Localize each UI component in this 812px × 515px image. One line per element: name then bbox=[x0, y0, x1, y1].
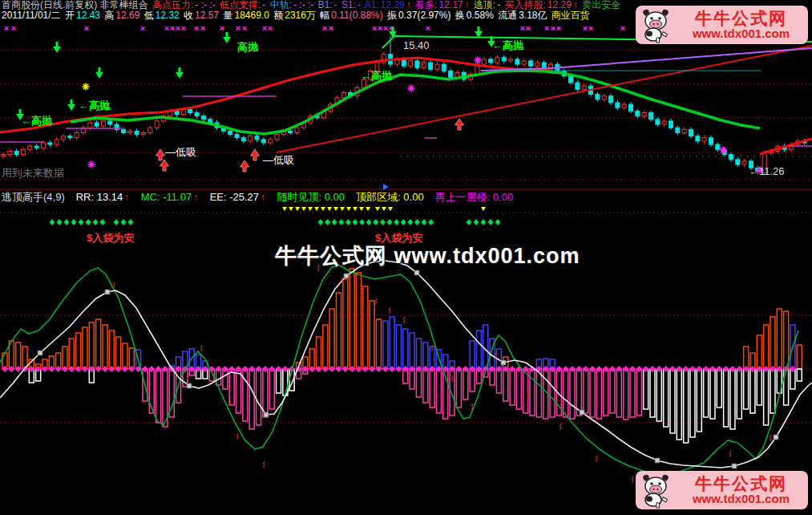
svg-text:×: × bbox=[262, 23, 267, 33]
info-segment: 12.69 bbox=[115, 10, 139, 21]
low-price-label: ←11.26 bbox=[749, 165, 785, 177]
svg-text:×: × bbox=[176, 23, 180, 33]
cow-mascot-icon bbox=[637, 472, 674, 509]
dixi-label: —低吸 bbox=[263, 153, 294, 168]
indicator-value: 顶部区域: 0.00 bbox=[356, 191, 424, 203]
svg-text:×: × bbox=[556, 23, 561, 33]
info-segment: 换 bbox=[452, 10, 464, 21]
upper-candles bbox=[2, 36, 807, 176]
svg-text:×: × bbox=[4, 23, 9, 33]
tdx-trading-app-window: ×××××××××××××××××××××××××××××××××××× 首商股… bbox=[0, 0, 812, 515]
svg-text:×: × bbox=[588, 23, 593, 33]
indicator-value: RR: 13.14 bbox=[76, 191, 123, 203]
info-segment: 12.43 bbox=[76, 10, 100, 21]
up-arrow-icon: ↑ bbox=[193, 191, 199, 203]
svg-text:×: × bbox=[170, 23, 175, 33]
gaopao-label: ←高抛 bbox=[21, 114, 52, 128]
watermark-box-bottom-right: 牛牛公式网 www.tdx001.com bbox=[636, 471, 808, 509]
info-segment: 低 bbox=[141, 10, 153, 21]
svg-text:×: × bbox=[383, 23, 388, 33]
info-segment: 开 bbox=[63, 10, 75, 21]
svg-text:×: × bbox=[140, 23, 145, 33]
up-arrow-icon: ↑ bbox=[124, 191, 130, 203]
info-segment: 0.11(0.88%) bbox=[331, 10, 382, 21]
dixi-label: —低吸 bbox=[165, 145, 196, 160]
info-segment: 18469.0 bbox=[234, 10, 269, 21]
indicator-value: 再上一层楼: 0.00 bbox=[435, 191, 514, 203]
info-segment: 0.37(2.97%) bbox=[398, 10, 450, 21]
svg-text:×: × bbox=[181, 23, 186, 33]
svg-text:×: × bbox=[220, 23, 224, 33]
cow-mascot-icon bbox=[637, 6, 674, 43]
svg-text:×: × bbox=[11, 23, 16, 33]
svg-text:×: × bbox=[378, 23, 382, 33]
info-segment: 幅 bbox=[317, 10, 329, 21]
svg-text:×: × bbox=[84, 23, 89, 33]
indicator-value: 随时见顶: 0.00 bbox=[277, 191, 345, 203]
svg-text:×: × bbox=[620, 23, 625, 33]
bag-safety-label: $入袋为安 bbox=[87, 231, 134, 245]
gaopao-label: ←高抛 bbox=[492, 39, 523, 53]
svg-text:×: × bbox=[583, 23, 588, 33]
peak-price-label: 15.40 bbox=[403, 39, 430, 51]
watermark-text: 牛牛公式网 www.tdx001.com bbox=[674, 475, 808, 505]
info-segment: 商业百货 bbox=[549, 10, 590, 21]
svg-text:×: × bbox=[551, 23, 555, 33]
info-segment: 收 bbox=[181, 10, 193, 21]
info-segment: 流通 bbox=[495, 10, 517, 21]
lower-bars bbox=[2, 269, 802, 443]
svg-text:×: × bbox=[544, 23, 549, 33]
future-data-note: 用到未来数据 bbox=[2, 166, 64, 180]
green-diamond-row bbox=[50, 219, 501, 225]
svg-text:×: × bbox=[426, 23, 430, 33]
stock-info-line-2: 2011/11/01/二 开12.43 高12.69 低12.32 收12.57… bbox=[2, 10, 592, 21]
gaopao-label: ←高抛 bbox=[79, 99, 110, 113]
info-segment: 振 bbox=[385, 10, 397, 21]
svg-text:×: × bbox=[322, 23, 327, 33]
info-segment: 2316万 bbox=[285, 10, 316, 21]
info-segment: 高 bbox=[102, 10, 114, 21]
watermark-box-top-right: 牛牛公式网 www.tdx001.com bbox=[636, 6, 808, 44]
info-segment: 额 bbox=[271, 10, 283, 21]
info-segment: 2011/11/01/二 bbox=[2, 10, 61, 21]
svg-text:×: × bbox=[200, 23, 205, 33]
svg-text:×: × bbox=[329, 23, 333, 33]
indicator-header-row: 逃顶高手(4,9)RR: 13.14↑MC: -11.07↑EE: -25.27… bbox=[2, 192, 524, 203]
indicator-value: EE: -25.27 bbox=[210, 191, 259, 203]
info-segment: 12.57 bbox=[195, 10, 219, 21]
center-watermark: 牛牛公式网 www.tdx001.com bbox=[275, 241, 580, 270]
svg-text:×: × bbox=[268, 23, 273, 33]
svg-text:×: × bbox=[520, 23, 525, 33]
info-segment: 0.58% bbox=[467, 10, 494, 21]
svg-text:×: × bbox=[164, 23, 169, 33]
svg-text:×: × bbox=[236, 23, 240, 33]
info-segment: 3.18亿 bbox=[519, 10, 547, 21]
watermark-text: 牛牛公式网 www.tdx001.com bbox=[674, 10, 808, 40]
svg-text:×: × bbox=[372, 23, 377, 33]
gaopao-label: ←高抛 bbox=[361, 69, 392, 83]
info-segment: 量 bbox=[220, 10, 232, 21]
up-arrow-icon: ↑ bbox=[261, 191, 266, 203]
svg-text:×: × bbox=[242, 23, 247, 33]
indicator-value: MC: -11.07 bbox=[141, 191, 192, 203]
info-segment: 12.32 bbox=[156, 10, 180, 21]
gaopao-label: 高抛 bbox=[237, 40, 258, 55]
indicator-value: 逃顶高手(4,9) bbox=[2, 191, 65, 203]
svg-text:×: × bbox=[194, 23, 199, 33]
yellow-triangle-row bbox=[282, 207, 486, 211]
svg-text:×: × bbox=[526, 23, 531, 33]
